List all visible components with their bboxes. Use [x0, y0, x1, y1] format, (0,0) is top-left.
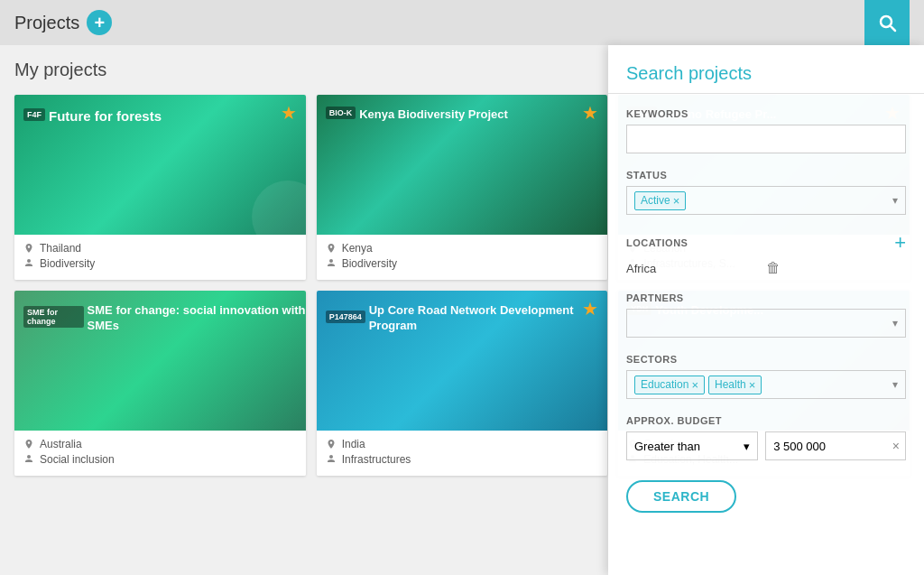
locations-label: LOCATIONS	[626, 237, 894, 248]
sector-tag-education-label: Education	[641, 378, 688, 391]
status-tag-label: Active	[641, 194, 670, 207]
card-location: Thailand	[40, 242, 81, 255]
location-icon	[326, 243, 337, 254]
sector-tag-education-remove[interactable]: ×	[691, 378, 698, 392]
top-bar: Projects +	[0, 0, 924, 45]
card-category-row: Biodiversity	[326, 257, 599, 270]
search-submit-button[interactable]: SEARCH	[626, 480, 736, 513]
star-icon[interactable]: ★	[582, 298, 598, 320]
content-area: My projects F4F Future for forests ★ Tha…	[0, 45, 924, 575]
category-icon	[326, 454, 337, 465]
badge-tag: BIO-K	[326, 107, 356, 119]
card-title: Future for forests	[49, 107, 162, 125]
card-title: SME for change: social innovation with S…	[88, 303, 306, 334]
location-icon	[23, 243, 34, 254]
project-card[interactable]: SME for change SME for change: social in…	[14, 291, 306, 476]
card-title: Up Core Road Network Development Program	[369, 303, 608, 334]
location-icon	[326, 439, 337, 450]
page-title: Projects	[14, 13, 79, 33]
status-tag-remove[interactable]: ×	[673, 194, 680, 208]
add-project-button[interactable]: +	[87, 10, 112, 35]
card-badge: F4F Future for forests	[23, 104, 162, 125]
locations-label-row: LOCATIONS +	[626, 231, 906, 255]
top-search-button[interactable]	[864, 0, 910, 45]
sector-tag-health: Health ×	[708, 376, 762, 394]
budget-input-wrap: ×	[765, 431, 906, 460]
status-field-group: STATUS Active × ▾	[626, 170, 906, 215]
badge-tag: SME for change	[23, 306, 84, 328]
sectors-dropdown-arrow: ▾	[892, 378, 898, 391]
partners-label: PARTNERS	[626, 292, 906, 303]
status-select[interactable]: Active × ▾	[626, 186, 906, 215]
panel-content: KEYWORDS STATUS Active × ▾ LOCATIONS	[608, 94, 924, 527]
sectors-field-group: SECTORS Education × Health × ▾	[626, 354, 906, 399]
star-icon[interactable]: ★	[281, 102, 297, 124]
card-badge: SME for change SME for change: social in…	[23, 300, 306, 334]
locations-field-group: LOCATIONS + Africa 🗑	[626, 231, 906, 276]
project-card[interactable]: BIO-K Kenya Biodiversity Project ★ Kenya…	[317, 95, 608, 280]
budget-comparator-value: Greater than	[634, 440, 700, 453]
search-panel: × Search projects KEYWORDS STATUS Active…	[608, 45, 924, 575]
card-body: Thailand Biodiversity	[14, 235, 306, 280]
card-category-row: Biodiversity	[23, 257, 297, 270]
project-card[interactable]: P147864 Up Core Road Network Development…	[317, 291, 608, 476]
status-tag-active: Active ×	[634, 191, 686, 210]
budget-row: Greater than ▾ ×	[626, 431, 906, 460]
card-location: Australia	[40, 438, 82, 450]
card-category-row: Social inclusion	[23, 453, 297, 466]
panel-title: Search projects	[626, 63, 752, 83]
card-image: P147864 Up Core Road Network Development…	[317, 291, 608, 431]
status-label: STATUS	[626, 170, 906, 181]
keywords-input[interactable]	[626, 125, 906, 153]
card-body: Kenya Biodiversity	[317, 235, 608, 280]
sector-tag-education: Education ×	[634, 376, 705, 394]
card-category: Biodiversity	[342, 257, 397, 270]
card-category: Infrastructures	[342, 453, 411, 466]
partners-field-group: PARTNERS ▾	[626, 292, 906, 338]
keywords-label: KEYWORDS	[626, 108, 906, 119]
badge-tag: P147864	[326, 311, 365, 323]
budget-field-group: APPROX. BUDGET Greater than ▾ ×	[626, 415, 906, 460]
sector-tag-health-remove[interactable]: ×	[749, 378, 756, 392]
sectors-select[interactable]: Education × Health × ▾	[626, 370, 906, 399]
card-body: Australia Social inclusion	[14, 431, 306, 476]
budget-comparator-arrow: ▾	[744, 440, 750, 453]
add-location-button[interactable]: +	[894, 231, 906, 255]
budget-comparator-select[interactable]: Greater than ▾	[626, 431, 758, 460]
category-icon	[23, 258, 34, 269]
partners-dropdown-arrow: ▾	[892, 317, 898, 329]
card-location-row: India	[326, 438, 599, 450]
budget-clear-button[interactable]: ×	[887, 439, 905, 453]
location-icon	[23, 439, 34, 450]
card-image: F4F Future for forests ★	[14, 95, 306, 235]
budget-label: APPROX. BUDGET	[626, 415, 906, 426]
project-card[interactable]: F4F Future for forests ★ Thailand Biodiv…	[14, 95, 306, 280]
card-location-row: Thailand	[23, 242, 297, 255]
card-location: India	[342, 438, 365, 450]
card-badge: BIO-K Kenya Biodiversity Project	[326, 104, 508, 123]
card-location: Kenya	[342, 242, 373, 255]
keywords-field-group: KEYWORDS	[626, 108, 906, 153]
badge-tag: F4F	[23, 108, 45, 121]
search-icon	[876, 12, 898, 33]
sector-tag-health-label: Health	[715, 378, 746, 391]
panel-header: Search projects	[608, 45, 924, 94]
sectors-label: SECTORS	[626, 354, 906, 365]
card-image: SME for change SME for change: social in…	[14, 291, 306, 431]
card-location-row: Kenya	[326, 242, 599, 255]
location-value: Africa	[626, 262, 766, 275]
card-badge: P147864 Up Core Road Network Development…	[326, 300, 608, 334]
partners-select[interactable]: ▾	[626, 309, 906, 338]
card-body: India Infrastructures	[317, 431, 608, 476]
card-title: Kenya Biodiversity Project	[359, 107, 508, 123]
category-icon	[326, 258, 337, 269]
status-dropdown-arrow: ▾	[892, 194, 898, 207]
category-icon	[23, 454, 34, 465]
card-category: Social inclusion	[40, 453, 115, 466]
card-location-row: Australia	[23, 438, 297, 450]
card-category-row: Infrastructures	[326, 453, 599, 466]
location-row: Africa 🗑	[626, 260, 906, 276]
budget-value-input[interactable]	[766, 434, 887, 459]
star-icon[interactable]: ★	[582, 102, 598, 124]
remove-location-button[interactable]: 🗑	[766, 260, 906, 276]
